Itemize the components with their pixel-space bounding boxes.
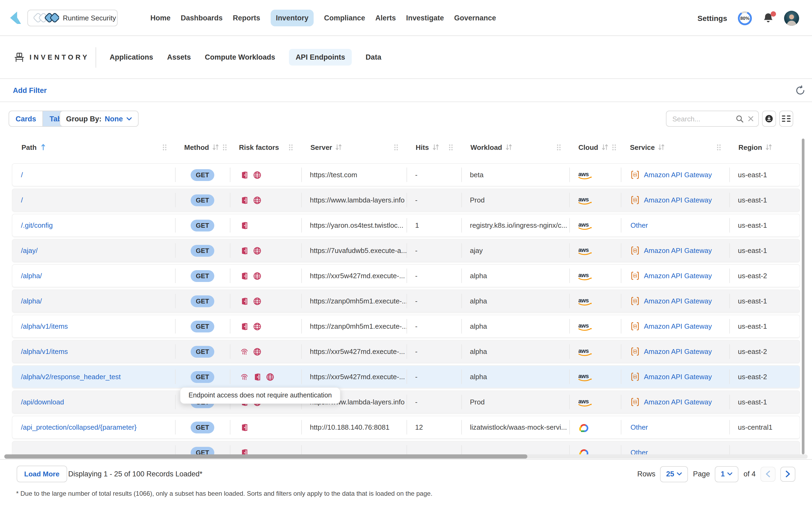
tab-api-endpoints[interactable]: API Endpoints [289,49,352,65]
endpoint-path-link[interactable]: /alpha/v2/response_header_test [21,373,121,381]
tab-applications[interactable]: Applications [110,53,153,61]
sort-icon[interactable] [601,144,608,150]
usage-ring[interactable]: 80% [737,10,752,25]
endpoint-path-link[interactable]: /alpha/ [21,272,42,280]
column-header-workload[interactable]: Workload [461,143,569,151]
drag-handle-icon[interactable] [716,144,721,151]
column-header-method[interactable]: Method [175,143,229,151]
add-filter-button[interactable]: Add Filter [13,87,47,95]
drag-handle-icon[interactable] [222,144,227,151]
column-header-risk-factors[interactable]: Risk factors [229,143,301,151]
column-header-cloud[interactable]: Cloud [569,143,620,151]
column-settings-button[interactable] [779,111,793,127]
column-header-service[interactable]: Service [620,143,729,151]
table-row[interactable]: /.git/configGEThttps://yaron.os4test.twi… [12,214,800,237]
table-row[interactable]: /alpha/GEThttps://xxr5w427md.execute-...… [12,264,800,287]
table-row[interactable]: /alpha/GEThttps://zanp0mh5m1.execute-...… [12,289,800,313]
risk-globe-icon[interactable] [253,246,262,255]
service-link[interactable]: Amazon API Gateway [644,196,712,204]
load-more-button[interactable]: Load More [17,466,67,482]
endpoint-path-link[interactable]: /.git/config [21,221,53,229]
nav-item-reports[interactable]: Reports [233,14,260,22]
endpoint-path-link[interactable]: / [21,171,23,179]
nav-item-dashboards[interactable]: Dashboards [181,14,223,22]
sort-icon[interactable] [335,144,342,150]
column-header-hits[interactable]: Hits [406,143,461,151]
nav-item-governance[interactable]: Governance [454,14,496,22]
group-by-dropdown[interactable]: Group By: None [60,111,138,127]
endpoint-path-link[interactable]: /ajay/ [21,246,38,255]
reset-filters-icon[interactable] [795,86,806,96]
sort-ascending-icon[interactable] [40,144,47,150]
table-row[interactable]: /alpha/v1/itemsGEThttps://zanp0mh5m1.exe… [12,315,800,338]
search-input[interactable] [673,115,732,123]
table-row[interactable]: GETOther [12,441,800,454]
clear-search-icon[interactable] [748,115,754,122]
drag-handle-icon[interactable] [449,144,453,151]
risk-door-icon[interactable] [240,322,249,331]
download-button[interactable] [762,111,776,127]
user-avatar[interactable] [784,10,799,25]
sort-icon[interactable] [212,144,219,150]
endpoint-path-link[interactable]: /api_protection/collapsed/{parameter} [21,423,137,431]
table-row[interactable]: /ajay/GEThttps://7uvafudwb5.execute-a...… [12,239,800,262]
previous-page-button[interactable] [760,466,775,482]
sort-icon[interactable] [765,144,772,150]
column-header-region[interactable]: Region [729,143,800,151]
service-link[interactable]: Amazon API Gateway [644,373,712,381]
drag-handle-icon[interactable] [394,144,399,151]
risk-door-icon[interactable] [240,423,249,432]
table-row[interactable]: /GEThttps://www.lambda-layers.info-ProdA… [12,188,800,212]
service-link[interactable]: Amazon API Gateway [644,347,712,355]
nav-item-investigate[interactable]: Investigate [406,14,444,22]
table-row[interactable]: /GEThttps://test.com-betaAmazon API Gate… [12,163,800,186]
table-row[interactable]: /alpha/v1/itemsGEThttps://xxr5w427md.exe… [12,340,800,363]
settings-button[interactable]: Settings [698,14,727,22]
vertical-scrollbar[interactable] [802,138,805,454]
risk-door-icon[interactable] [253,373,262,381]
drag-handle-icon[interactable] [288,144,293,151]
page-select[interactable]: 1 [715,466,739,482]
risk-globe-icon[interactable] [253,297,262,305]
risk-door-icon[interactable] [240,246,249,255]
service-link[interactable]: Other [631,221,648,229]
service-link[interactable]: Amazon API Gateway [644,322,712,330]
product-switcher[interactable]: Runtime Security [27,9,118,26]
risk-globe-icon[interactable] [266,373,275,381]
risk-door-icon[interactable] [240,196,249,204]
sort-icon[interactable] [432,144,439,150]
service-link[interactable]: Amazon API Gateway [644,246,712,255]
endpoint-path-link[interactable]: /alpha/v1/items [21,347,68,355]
risk-door-icon[interactable] [240,171,249,179]
sort-icon[interactable] [505,144,512,150]
endpoint-path-link[interactable]: / [21,196,23,204]
risk-door-icon[interactable] [240,297,249,305]
search-icon[interactable] [736,115,744,123]
risk-fingerprint-icon[interactable] [240,347,249,356]
risk-door-icon[interactable] [240,272,249,280]
risk-globe-icon[interactable] [253,322,262,331]
service-link[interactable]: Amazon API Gateway [644,171,712,179]
rows-per-page-select[interactable]: 25 [660,466,688,482]
table-row[interactable]: /api/downloadGEThttps://www.lambda-layer… [12,390,800,413]
service-link[interactable]: Amazon API Gateway [644,398,712,406]
sort-icon[interactable] [658,144,665,150]
column-header-path[interactable]: Path [12,143,175,151]
table-row[interactable]: /api_protection/collapsed/{parameter}GET… [12,416,800,439]
risk-door-icon[interactable] [240,221,249,230]
table-row[interactable]: /alpha/v2/response_header_testGEThttps:/… [12,365,800,388]
risk-fingerprint-icon[interactable] [240,373,249,381]
drag-handle-icon[interactable] [612,144,617,151]
drag-handle-icon[interactable] [557,144,561,151]
risk-globe-icon[interactable] [253,196,262,204]
endpoint-path-link[interactable]: /api/download [21,398,64,406]
column-header-server[interactable]: Server [301,143,406,151]
notifications-button[interactable] [763,12,774,24]
risk-door-icon[interactable] [240,448,249,454]
view-toggle-cards[interactable]: Cards [9,111,43,126]
tab-compute-workloads[interactable]: Compute Workloads [205,53,275,61]
nav-item-home[interactable]: Home [151,14,171,22]
service-link[interactable]: Amazon API Gateway [644,272,712,280]
horizontal-scrollbar-thumb[interactable] [4,454,527,459]
risk-globe-icon[interactable] [253,272,262,280]
